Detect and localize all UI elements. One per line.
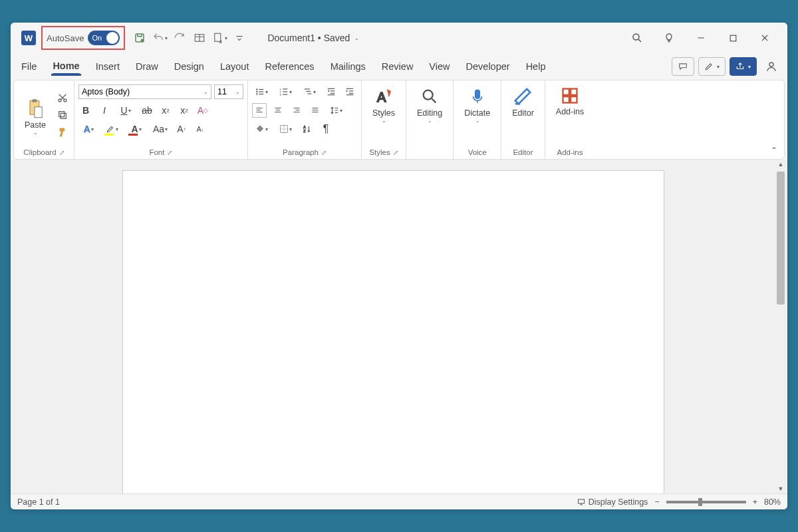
multilevel-list-icon[interactable]: ▾ [300,84,320,99]
scroll-thumb[interactable] [777,172,785,305]
bold-icon[interactable]: B [78,103,93,118]
editing-button[interactable]: Editing ⌄ [410,83,449,124]
sort-icon[interactable]: AZ [300,122,315,136]
undo-icon[interactable]: ▾ [152,30,168,46]
table-icon[interactable] [192,30,207,46]
align-center-icon[interactable] [271,103,285,118]
numbering-icon[interactable]: 123▾ [276,84,296,99]
svg-text:3: 3 [280,93,282,96]
text-effects-icon[interactable]: A▾ [78,122,98,136]
styles-button[interactable]: A Styles ⌄ [366,83,402,124]
underline-icon[interactable]: U▾ [116,103,136,118]
svg-rect-13 [59,112,65,117]
italic-icon[interactable]: I [97,103,112,118]
tab-layout[interactable]: Layout [219,59,251,74]
shading-icon[interactable]: ▾ [252,122,272,136]
comments-button[interactable] [672,57,694,76]
font-name-combo[interactable]: Aptos (Body)⌄ [78,84,211,99]
tab-review[interactable]: Review [380,59,415,74]
superscript-icon[interactable]: x2 [177,103,192,118]
svg-rect-45 [293,112,299,112]
subscript-icon[interactable]: x2 [158,103,173,118]
strikethrough-icon[interactable]: ab [140,103,154,118]
document-page[interactable] [122,170,664,493]
justify-icon[interactable] [308,103,323,118]
font-size-combo[interactable]: 11⌄ [214,84,243,99]
vertical-scrollbar[interactable]: ▲ ▼ [775,160,786,493]
collapse-ribbon-icon[interactable]: ⌃ [771,146,777,155]
font-group-label: Font [149,148,164,156]
scroll-down-icon[interactable]: ▼ [775,484,786,493]
addins-button[interactable]: Add-ins [549,83,591,116]
zoom-in-button[interactable]: + [753,497,757,507]
tab-help[interactable]: Help [525,59,547,74]
zoom-slider[interactable] [666,501,746,503]
redo-icon[interactable] [172,30,188,46]
svg-rect-18 [259,91,264,92]
svg-point-14 [257,88,258,90]
group-font: Aptos (Body)⌄ 11⌄ B I U▾ ab x2 x2 A◇ A▾ … [74,80,248,159]
paste-button[interactable]: Paste ⌄ [18,83,53,147]
highlight-icon[interactable]: ▾ [102,122,122,136]
page-count[interactable]: Page 1 of 1 [17,497,60,507]
paragraph-launcher-icon[interactable]: ⤢ [321,149,327,156]
zoom-level[interactable]: 80% [764,497,781,507]
grow-font-icon[interactable]: A↑ [174,122,189,136]
page-icon[interactable]: ▾ [211,30,227,46]
svg-rect-39 [256,112,262,112]
line-spacing-icon[interactable]: ▾ [327,103,346,118]
scroll-up-icon[interactable]: ▲ [775,160,786,169]
autosave-toggle[interactable]: On [88,31,120,45]
tab-mailings[interactable]: Mailings [329,59,367,74]
zoom-out-button[interactable]: − [654,497,659,507]
tab-design[interactable]: Design [173,59,205,74]
shrink-font-icon[interactable]: A↓ [193,122,207,136]
zoom-thumb[interactable] [698,498,702,506]
tab-right-controls: ▾ ▾ [672,57,778,76]
toggle-knob [106,32,118,44]
editor-button[interactable]: Editor [505,83,541,118]
titlebar-right [630,31,782,45]
show-marks-icon[interactable]: ¶ [319,122,333,136]
tab-draw[interactable]: Draw [134,59,160,74]
close-button[interactable] [758,31,771,45]
minimize-button[interactable] [694,31,708,45]
increase-indent-icon[interactable] [342,84,357,99]
align-right-icon[interactable] [289,103,304,118]
decrease-indent-icon[interactable] [324,84,338,99]
title-bar: W AutoSave On ▾ ▾ Document1 • Saved ⌄ [11,23,787,53]
tab-home[interactable]: Home [51,58,80,76]
tab-references[interactable]: References [263,59,315,74]
tab-insert[interactable]: Insert [94,59,121,74]
tab-view[interactable]: View [428,59,451,74]
bullets-icon[interactable]: ▾ [252,84,272,99]
tab-developer[interactable]: Developer [465,59,511,74]
editing-mode-button[interactable]: ▾ [698,57,726,76]
addins-label: Add-ins [556,107,584,116]
qat-more-icon[interactable] [231,30,247,46]
maximize-button[interactable] [726,31,739,45]
share-button[interactable]: ▾ [730,57,757,76]
lightbulb-icon[interactable] [662,31,676,45]
account-icon[interactable] [765,60,778,73]
clear-formatting-icon[interactable]: A◇ [196,103,210,118]
document-canvas: ▲ ▼ [11,160,787,493]
display-settings-button[interactable]: Display Settings [577,497,648,507]
font-launcher-icon[interactable]: ⤢ [167,149,172,156]
clipboard-launcher-icon[interactable]: ⤢ [59,149,65,156]
font-color-icon[interactable]: A▾ [126,122,146,136]
document-title[interactable]: Document1 • Saved ⌄ [267,33,359,43]
dictate-button[interactable]: Dictate ⌄ [458,83,497,124]
cut-icon[interactable] [55,90,70,105]
tab-file[interactable]: File [20,59,38,74]
save-icon[interactable] [132,30,148,46]
copy-icon[interactable] [55,108,70,122]
search-icon[interactable] [630,31,644,45]
group-voice: Dictate ⌄ Voice [454,80,501,159]
align-left-icon[interactable] [252,103,267,118]
change-case-icon[interactable]: Aa▾ [150,122,170,136]
svg-point-16 [257,93,258,94]
styles-launcher-icon[interactable]: ⤢ [393,149,398,156]
format-painter-icon[interactable] [55,125,70,140]
borders-icon[interactable]: ▾ [276,122,296,136]
